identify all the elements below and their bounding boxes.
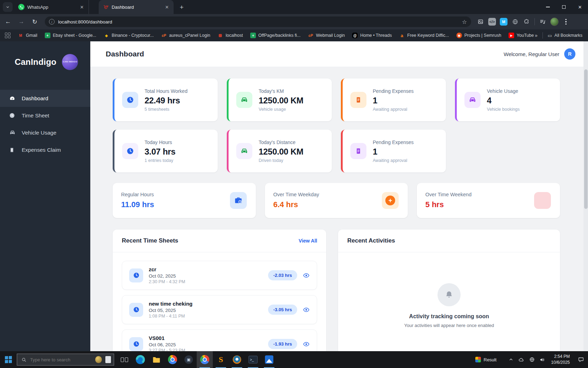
view-eye-icon[interactable] bbox=[303, 272, 310, 279]
scrollbar-thumb[interactable] bbox=[584, 69, 588, 209]
car-icon bbox=[236, 143, 252, 159]
extensions-puzzle-icon[interactable] bbox=[523, 18, 531, 26]
extension-m-icon[interactable]: M bbox=[500, 18, 507, 26]
view-eye-icon[interactable] bbox=[303, 306, 310, 313]
tab-search-chevron-button[interactable] bbox=[3, 2, 13, 12]
sublime-button[interactable]: S bbox=[213, 351, 229, 368]
tab-close-icon[interactable]: ✕ bbox=[79, 4, 85, 10]
bookmark-gmail[interactable]: MGmail bbox=[18, 33, 37, 38]
site-info-icon[interactable]: i bbox=[49, 19, 55, 25]
back-button[interactable]: ← bbox=[3, 16, 13, 27]
bookmark-ebay-sheet[interactable]: +Ebay sheet - Google... bbox=[45, 33, 96, 38]
tray-chevron-up-icon[interactable] bbox=[506, 351, 516, 368]
briefcase-clock-icon bbox=[230, 192, 247, 209]
overtime-weekday-card: Over Time Weekday6.4 hrs + bbox=[265, 183, 408, 218]
car-icon bbox=[9, 129, 15, 136]
window-close-button[interactable]: ✕ bbox=[572, 0, 588, 14]
volume-icon[interactable] bbox=[537, 351, 548, 368]
blender-button[interactable] bbox=[229, 351, 245, 368]
bookmark-localhost[interactable]: localhost bbox=[218, 33, 243, 38]
sidebar-item-vehicle-usage[interactable]: Vehicle Usage bbox=[0, 124, 90, 141]
start-button[interactable] bbox=[0, 351, 17, 368]
view-eye-icon[interactable] bbox=[303, 341, 310, 348]
sidebar: CanIndigo CAN INDIGO Dashboard Time Shee… bbox=[0, 41, 90, 351]
powershell-button[interactable]: >_ bbox=[245, 351, 261, 368]
search-rewards-icon[interactable] bbox=[95, 356, 102, 363]
notification-center-icon[interactable] bbox=[574, 351, 588, 368]
bookmarks-overflow-chevron[interactable]: » bbox=[535, 33, 538, 38]
sublime-icon: S bbox=[219, 355, 223, 364]
sidebar-item-dashboard[interactable]: Dashboard bbox=[0, 90, 90, 107]
clock-icon bbox=[129, 268, 143, 282]
extension-code-icon[interactable]: </> bbox=[488, 18, 496, 26]
url-text[interactable]: localhost:8000/dashboard bbox=[58, 19, 458, 25]
overtime-weekend-card: Over Time Weekend5 hrs bbox=[417, 183, 560, 218]
chrome-button[interactable] bbox=[164, 351, 181, 368]
bell-icon bbox=[438, 283, 461, 306]
bookmark-semrush[interactable]: ◉Projects | Semrush bbox=[456, 33, 501, 38]
reload-button[interactable]: ↻ bbox=[29, 16, 40, 27]
bookmark-youtube[interactable]: ▶YouTube bbox=[509, 33, 534, 38]
bookmark-free-keyword[interactable]: aFree Keyword Diffic... bbox=[399, 33, 449, 38]
sidebar-item-expenses-claim[interactable]: Expenses Claim bbox=[0, 141, 90, 158]
search-input[interactable] bbox=[30, 357, 92, 362]
search-icon bbox=[21, 357, 27, 362]
address-bar[interactable]: i localhost:8000/dashboard ☆ bbox=[45, 16, 471, 27]
bookmark-star-icon[interactable]: ☆ bbox=[462, 19, 467, 25]
timesheet-row[interactable]: new time chekingOct 05, 20251:08 PM - 4:… bbox=[122, 295, 317, 324]
chrome-icon bbox=[168, 355, 177, 364]
regular-hours-card: Regular Hours11.09 hrs bbox=[113, 183, 256, 218]
browser-menu-icon[interactable] bbox=[562, 18, 569, 26]
apps-grid-icon[interactable] bbox=[5, 33, 10, 38]
windows-taskbar: ▣ S >_ Result 2:54 PM 10/6/2025 bbox=[0, 351, 588, 368]
tray-cloud-icon[interactable] bbox=[516, 351, 527, 368]
stat-card-todays-distance: Today's Distance1250.00 KMDriven today bbox=[227, 130, 332, 172]
clock-icon bbox=[129, 303, 143, 317]
window-minimize-button[interactable] bbox=[540, 0, 556, 14]
media-playlist-icon[interactable] bbox=[539, 18, 546, 26]
forward-button[interactable]: → bbox=[16, 16, 27, 27]
view-all-link[interactable]: View All bbox=[299, 238, 317, 244]
tab-close-icon[interactable]: ✕ bbox=[164, 4, 170, 10]
tab-whatsapp[interactable]: WhatsApp ✕ bbox=[14, 0, 89, 14]
all-bookmarks-button[interactable]: ▭ All Bookmarks bbox=[548, 33, 582, 38]
extension-globe-icon[interactable] bbox=[511, 18, 519, 26]
stat-card-todays-km: Today's KM1250.00 KMVehicle usage bbox=[227, 79, 332, 121]
file-explorer-button[interactable] bbox=[148, 351, 164, 368]
page-scrollbar[interactable] bbox=[583, 41, 588, 351]
taskbar-clock[interactable]: 2:54 PM 10/6/2025 bbox=[551, 354, 570, 366]
folder-icon: ▭ bbox=[548, 33, 552, 38]
taskbar-search[interactable] bbox=[17, 354, 114, 366]
search-doc-icon[interactable] bbox=[105, 356, 111, 363]
bookmark-offpage[interactable]: +OffPage/backlinks fi... bbox=[250, 33, 301, 38]
sidebar-item-time-sheet[interactable]: Time Sheet bbox=[0, 107, 90, 124]
photos-button[interactable] bbox=[261, 351, 277, 368]
chrome-active-button[interactable] bbox=[197, 351, 213, 368]
bookmark-webmail[interactable]: cPWebmail Login bbox=[308, 33, 345, 38]
weekend-icon bbox=[534, 192, 551, 209]
chrome-icon bbox=[200, 355, 209, 364]
brand-name: CanIndigo bbox=[15, 57, 56, 67]
browser-profile-avatar[interactable] bbox=[550, 18, 559, 26]
timesheet-row[interactable]: zcrOct 02, 20252:30 PM - 4:32 PM -2.03 h… bbox=[122, 261, 317, 290]
blender-icon bbox=[233, 355, 241, 364]
bookmark-binance[interactable]: ◆Binance - Cryptocur... bbox=[104, 33, 154, 38]
bookmark-threads[interactable]: @Home • Threads bbox=[352, 33, 392, 38]
receipt-icon bbox=[9, 147, 15, 153]
tab-dashboard[interactable]: Dashboard ✕ bbox=[99, 0, 174, 14]
app-button[interactable]: ▣ bbox=[181, 351, 197, 368]
edge-button[interactable] bbox=[132, 351, 148, 368]
result-tray-item[interactable]: Result bbox=[475, 357, 497, 362]
new-tab-button[interactable]: + bbox=[177, 3, 186, 12]
extension-picture-icon[interactable] bbox=[477, 18, 484, 26]
user-avatar[interactable]: R bbox=[564, 48, 575, 60]
window-maximize-button[interactable] bbox=[556, 0, 572, 14]
car-icon bbox=[464, 92, 481, 108]
bookmark-cpanel[interactable]: cPaureus_cPanel Login bbox=[161, 33, 210, 38]
task-view-button[interactable] bbox=[116, 351, 132, 368]
timesheet-row[interactable]: VS001Oct 06, 20253:27 PM - 5:23 PM -1.93… bbox=[122, 329, 317, 351]
sheets-icon: + bbox=[45, 33, 50, 38]
network-icon[interactable] bbox=[527, 351, 537, 368]
binance-icon: ◆ bbox=[104, 33, 109, 38]
whatsapp-icon bbox=[18, 4, 24, 10]
